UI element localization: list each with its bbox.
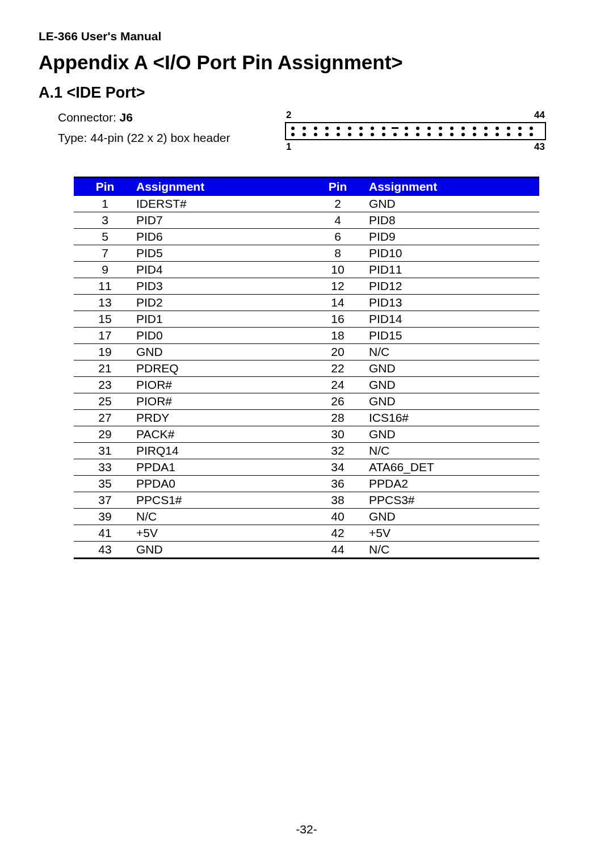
pin-cell: 30 bbox=[306, 426, 369, 443]
th-assign1: Assignment bbox=[136, 178, 306, 196]
table-row: 1IDERST#2GND bbox=[74, 196, 539, 212]
pin-cell: 32 bbox=[306, 443, 369, 459]
pin-dot bbox=[413, 131, 423, 137]
diagram-label-bottom-left: 1 bbox=[286, 141, 291, 153]
pin-cell: 17 bbox=[74, 328, 136, 344]
pin-cell: 21 bbox=[74, 360, 136, 377]
pin-cell: 29 bbox=[74, 426, 136, 443]
assign-cell: PPDA2 bbox=[369, 476, 539, 492]
pin-table: Pin Assignment Pin Assignment 1IDERST#2G… bbox=[74, 177, 539, 559]
diagram-label-top-left: 2 bbox=[286, 110, 291, 121]
pin-dot bbox=[333, 131, 343, 137]
assign-cell: GND bbox=[369, 360, 539, 377]
pin-cell: 37 bbox=[74, 492, 136, 509]
table-row: 7PID58PID10 bbox=[74, 245, 539, 262]
pin-dot bbox=[515, 125, 525, 131]
pin-cell: 15 bbox=[74, 311, 136, 328]
pin-dot bbox=[345, 131, 355, 137]
pin-cell: 6 bbox=[306, 229, 369, 245]
table-row: 3PID74PID8 bbox=[74, 212, 539, 229]
table-row: 29PACK#30GND bbox=[74, 426, 539, 443]
header-diagram: 2 44 1 43 bbox=[285, 110, 546, 153]
pin-cell: 11 bbox=[74, 278, 136, 295]
pin-cell: 28 bbox=[306, 410, 369, 426]
pin-cell: 27 bbox=[74, 410, 136, 426]
pin-cell: 43 bbox=[74, 542, 136, 559]
assign-cell: GND bbox=[369, 377, 539, 393]
diagram-label-top-right: 44 bbox=[534, 110, 545, 121]
pin-cell: 13 bbox=[74, 295, 136, 311]
pin-cell: 24 bbox=[306, 377, 369, 393]
pin-dot bbox=[288, 125, 298, 131]
assign-cell: PPCS1# bbox=[136, 492, 306, 509]
pin-dot bbox=[288, 131, 298, 137]
pin-cell: 33 bbox=[74, 459, 136, 476]
pin-cell: 16 bbox=[306, 311, 369, 328]
pin-dot bbox=[447, 131, 457, 137]
assign-cell: N/C bbox=[136, 509, 306, 525]
pin-dot bbox=[401, 125, 412, 131]
th-assign2: Assignment bbox=[369, 178, 539, 196]
pin-dot bbox=[379, 131, 389, 137]
table-row: 13PID214PID13 bbox=[74, 295, 539, 311]
pin-dot bbox=[526, 131, 536, 137]
assign-cell: N/C bbox=[369, 344, 539, 360]
pin-cell: 14 bbox=[306, 295, 369, 311]
pin-dot bbox=[481, 131, 491, 137]
th-pin2: Pin bbox=[306, 178, 369, 196]
assign-cell: PDREQ bbox=[136, 360, 306, 377]
pin-dot bbox=[345, 125, 355, 131]
pin-cell: 34 bbox=[306, 459, 369, 476]
th-pin1: Pin bbox=[74, 178, 136, 196]
assign-cell: N/C bbox=[369, 542, 539, 559]
pin-cell: 31 bbox=[74, 443, 136, 459]
assign-cell: PID10 bbox=[369, 245, 539, 262]
pin-cell: 7 bbox=[74, 245, 136, 262]
appendix-title: Appendix A <I/O Port Pin Assignment> bbox=[39, 51, 574, 74]
assign-cell: PID8 bbox=[369, 212, 539, 229]
assign-cell: PPDA1 bbox=[136, 459, 306, 476]
pin-dot bbox=[458, 125, 468, 131]
pin-cell: 5 bbox=[74, 229, 136, 245]
assign-cell: PID5 bbox=[136, 245, 306, 262]
assign-cell: ATA66_DET bbox=[369, 459, 539, 476]
table-row: 19GND20N/C bbox=[74, 344, 539, 360]
pin-dot bbox=[458, 131, 468, 137]
pin-dot bbox=[299, 131, 309, 137]
pin-dot bbox=[492, 125, 502, 131]
assign-cell: PID0 bbox=[136, 328, 306, 344]
assign-cell: PID12 bbox=[369, 278, 539, 295]
assign-cell: PIOR# bbox=[136, 377, 306, 393]
assign-cell: PID4 bbox=[136, 262, 306, 278]
table-row: 25PIOR#26GND bbox=[74, 393, 539, 410]
assign-cell: PID14 bbox=[369, 311, 539, 328]
table-row: 21PDREQ22GND bbox=[74, 360, 539, 377]
pin-dot bbox=[367, 131, 377, 137]
pin-dot bbox=[481, 125, 491, 131]
pin-dot bbox=[322, 125, 332, 131]
diagram-label-bottom-right: 43 bbox=[534, 141, 545, 153]
table-row: 41+5V42+5V bbox=[74, 525, 539, 542]
pin-dot bbox=[435, 131, 446, 137]
assign-cell: GND bbox=[136, 344, 306, 360]
table-row: 15PID116PID14 bbox=[74, 311, 539, 328]
pin-cell: 10 bbox=[306, 262, 369, 278]
table-row: 35PPDA036PPDA2 bbox=[74, 476, 539, 492]
pin-cell: 44 bbox=[306, 542, 369, 559]
pin-dot bbox=[469, 125, 480, 131]
assign-cell: GND bbox=[369, 196, 539, 212]
assign-cell: PID9 bbox=[369, 229, 539, 245]
pin-cell: 25 bbox=[74, 393, 136, 410]
table-row: 27PRDY28ICS16# bbox=[74, 410, 539, 426]
pin-dot bbox=[424, 125, 434, 131]
assign-cell: PID15 bbox=[369, 328, 539, 344]
pin-dot bbox=[310, 125, 321, 131]
pin-dot bbox=[526, 125, 536, 131]
assign-cell: GND bbox=[369, 393, 539, 410]
pin-dot bbox=[379, 125, 389, 131]
pin-dot bbox=[435, 125, 446, 131]
pin-dot bbox=[390, 131, 400, 137]
pin-dot bbox=[469, 131, 480, 137]
table-row: 31PIRQ1432N/C bbox=[74, 443, 539, 459]
assign-cell: PID11 bbox=[369, 262, 539, 278]
